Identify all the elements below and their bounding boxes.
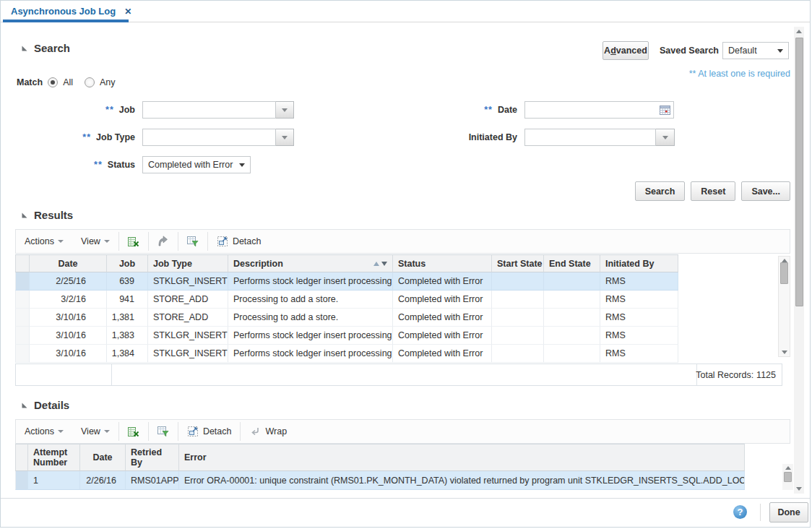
- actions-menu-label: Actions: [25, 236, 54, 246]
- results-actions-menu[interactable]: Actions: [16, 230, 72, 253]
- results-section-header[interactable]: Results: [21, 209, 73, 221]
- scroll-down-icon[interactable]: [796, 487, 802, 491]
- up-arrow-icon: [157, 236, 169, 247]
- column-header-date[interactable]: Date: [30, 254, 107, 272]
- saved-search-label: Saved Search: [660, 46, 719, 56]
- query-by-example-button[interactable]: [149, 420, 178, 443]
- advanced-label-pre: A: [604, 46, 610, 56]
- table-row[interactable]: 3/10/16 1,384 STKLGR_INSERT Performs sto…: [15, 345, 678, 363]
- cell-job: 1,384: [107, 345, 148, 363]
- scrollbar-thumb[interactable]: [780, 262, 788, 284]
- row-selector[interactable]: [15, 327, 30, 345]
- export-to-excel-icon: [127, 426, 139, 437]
- column-header-job[interactable]: Job: [107, 254, 148, 272]
- done-button[interactable]: Done: [769, 502, 808, 522]
- table-row[interactable]: 3/2/16 941 STORE_ADD Processing to add a…: [15, 291, 678, 309]
- tab-asynchronous-job-log[interactable]: Asynchronous Job Log ✕: [11, 6, 131, 17]
- details-section-header[interactable]: Details: [21, 399, 69, 411]
- row-selector[interactable]: [15, 272, 30, 291]
- export-to-excel-button[interactable]: [119, 420, 148, 443]
- page-scrollbar[interactable]: [794, 27, 804, 494]
- row-selector[interactable]: [15, 345, 30, 363]
- table-row[interactable]: 1 2/26/16 RMS01APP Error ORA-00001: uniq…: [15, 471, 745, 490]
- details-view-menu[interactable]: View: [72, 420, 118, 443]
- column-header-end-state[interactable]: End State: [544, 254, 600, 272]
- table-row[interactable]: 3/10/16 1,383 STKLGR_INSERT Performs sto…: [15, 327, 678, 345]
- tab-bar: Asynchronous Job Log ✕: [1, 1, 810, 22]
- scrollbar-thumb[interactable]: [784, 472, 792, 482]
- saved-search-value: Default: [728, 46, 757, 56]
- match-all-label: All: [63, 77, 73, 87]
- search-section-header[interactable]: Search: [21, 42, 70, 54]
- details-table-scrollbar[interactable]: [782, 464, 793, 490]
- saved-search-select[interactable]: Default: [722, 42, 789, 59]
- initiated-by-dropdown-button[interactable]: [656, 129, 675, 146]
- cell-start-state: [492, 272, 544, 291]
- scroll-down-icon[interactable]: [782, 350, 787, 354]
- column-header-start-state[interactable]: Start State: [492, 254, 544, 272]
- status-select[interactable]: Completed with Error: [142, 156, 251, 173]
- export-button[interactable]: [149, 230, 178, 253]
- cell-job: 1,383: [107, 327, 148, 345]
- wrap-icon: [249, 426, 261, 437]
- column-header-attempt-number[interactable]: Attempt Number: [28, 444, 80, 471]
- cell-job-type: STKLGR_INSERT: [148, 272, 228, 291]
- row-selector[interactable]: [15, 309, 30, 327]
- row-selector[interactable]: [15, 291, 30, 309]
- match-all-radio[interactable]: [48, 77, 58, 87]
- chevron-down-icon: [662, 136, 668, 139]
- table-row[interactable]: 3/10/16 1,381 STORE_ADD Processing to ad…: [15, 309, 678, 327]
- column-header-job-type[interactable]: Job Type: [148, 254, 228, 272]
- view-menu-label: View: [81, 236, 100, 246]
- results-view-menu[interactable]: View: [72, 230, 118, 253]
- query-by-example-button[interactable]: [178, 230, 207, 253]
- scroll-up-icon[interactable]: [785, 466, 791, 470]
- status-label: Status: [108, 160, 135, 170]
- column-header-error[interactable]: Error: [179, 444, 745, 471]
- detach-icon: [187, 426, 199, 437]
- reset-button[interactable]: Reset: [691, 181, 735, 201]
- cell-start-state: [492, 345, 544, 363]
- initiated-by-input[interactable]: [524, 129, 656, 146]
- save-button[interactable]: Save...: [741, 181, 790, 201]
- results-table-scrollbar[interactable]: [778, 256, 790, 357]
- advanced-button[interactable]: Advanced: [602, 41, 649, 60]
- bottom-divider: [1, 498, 810, 499]
- collapse-triangle-icon: [21, 212, 28, 219]
- search-button[interactable]: Search: [635, 181, 686, 201]
- cell-start-state: [492, 309, 544, 327]
- column-header-date[interactable]: Date: [80, 444, 126, 471]
- details-actions-menu[interactable]: Actions: [16, 420, 72, 443]
- match-any-radio[interactable]: [85, 77, 95, 87]
- collapse-triangle-icon: [21, 45, 28, 52]
- export-to-excel-button[interactable]: [119, 230, 148, 253]
- column-header-description[interactable]: Description: [228, 254, 393, 272]
- wrap-button[interactable]: Wrap: [241, 420, 295, 443]
- results-table-header: Date Job Job Type Description Status Sta…: [15, 254, 678, 272]
- help-icon[interactable]: ?: [733, 505, 747, 519]
- tab-close-icon[interactable]: ✕: [124, 7, 131, 17]
- chevron-down-icon: [58, 430, 64, 433]
- sort-ascending-icon[interactable]: [373, 262, 379, 266]
- job-type-dropdown-button[interactable]: [276, 129, 294, 146]
- job-type-input[interactable]: [142, 129, 276, 146]
- filter-table-icon: [157, 426, 169, 437]
- date-input[interactable]: [524, 101, 674, 119]
- row-selector[interactable]: [15, 471, 28, 490]
- scrollbar-thumb[interactable]: [795, 38, 803, 306]
- total-records-label: Total Records:: [696, 370, 753, 380]
- job-dropdown-button[interactable]: [276, 101, 294, 119]
- scroll-up-icon[interactable]: [796, 30, 802, 33]
- results-detach-button[interactable]: Detach: [208, 230, 270, 253]
- column-header-initiated-by[interactable]: Initiated By: [600, 254, 678, 272]
- table-row[interactable]: 2/25/16 639 STKLGR_INSERT Performs stock…: [15, 272, 678, 291]
- advanced-label-post: vanced: [616, 46, 647, 56]
- column-header-status[interactable]: Status: [393, 254, 492, 272]
- calendar-icon[interactable]: [659, 104, 671, 116]
- column-header-retried-by[interactable]: Retried By: [126, 444, 179, 471]
- sort-descending-icon[interactable]: [381, 262, 387, 266]
- cell-status: Completed with Error: [393, 309, 492, 327]
- job-input[interactable]: [142, 101, 276, 119]
- details-detach-button[interactable]: Detach: [178, 420, 241, 443]
- cell-initiated-by: RMS: [600, 327, 678, 345]
